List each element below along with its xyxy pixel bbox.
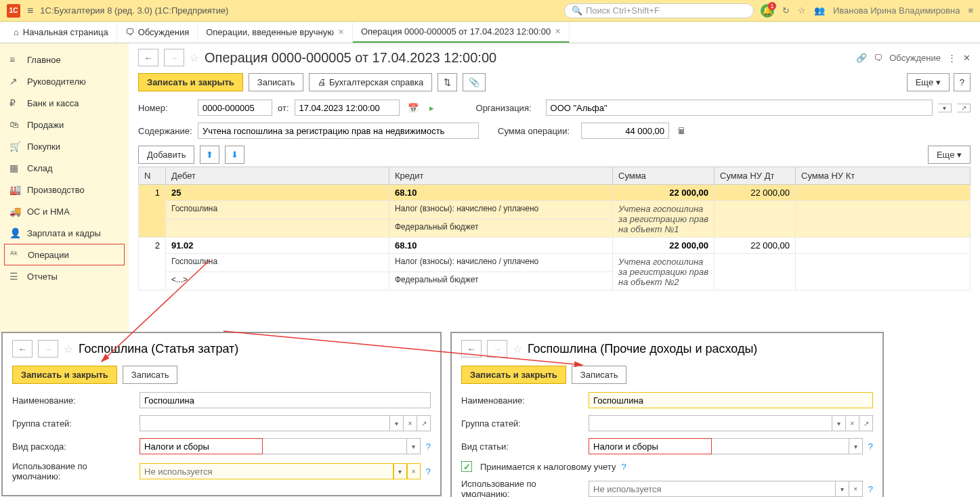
table-more-button[interactable]: Еще ▾ <box>928 146 971 164</box>
row-sum[interactable]: 22 000,00 <box>613 238 715 254</box>
search-input[interactable]: 🔍 Поиск Ctrl+Shift+F <box>564 3 754 18</box>
pop2-type-input[interactable] <box>589 438 712 454</box>
pop2-group-x[interactable]: × <box>846 415 859 431</box>
save-button[interactable]: Записать <box>249 73 304 91</box>
row-sum-nu-kt[interactable] <box>796 238 971 254</box>
row-sum-nu-dt[interactable]: 22 000,00 <box>715 238 796 254</box>
nav-item[interactable]: ᴬᵏОперации <box>4 244 125 265</box>
pop1-star-icon[interactable]: ☆ <box>64 343 73 355</box>
pop2-save-close[interactable]: Записать и закрыть <box>461 366 566 384</box>
pop1-name-input[interactable] <box>140 392 431 408</box>
pop2-default-help[interactable]: ? <box>868 484 873 494</box>
pop1-forward[interactable]: → <box>38 340 58 358</box>
pop2-forward[interactable]: → <box>487 340 507 358</box>
debit-sub1[interactable]: Госпошлина <box>166 201 389 219</box>
debit-sub1[interactable]: Госпошлина <box>166 254 389 272</box>
pop2-group-input[interactable] <box>589 415 832 431</box>
dt-kt-button[interactable]: ⇅ <box>438 73 457 91</box>
nav-item[interactable]: ▦Склад <box>0 157 129 179</box>
pop1-type-input[interactable] <box>140 438 263 454</box>
calendar-icon[interactable]: 📅 <box>405 103 421 113</box>
col-debit[interactable]: Дебет <box>166 167 389 185</box>
pop2-group-open[interactable]: ↗ <box>859 415 873 431</box>
pop1-group-open[interactable]: ↗ <box>417 415 431 431</box>
credit-acc[interactable]: 68.10 <box>389 185 613 201</box>
credit-sub2[interactable]: Федеральный бюджет <box>389 272 613 290</box>
pop2-type-dd[interactable]: ▾ <box>849 438 863 454</box>
row-sum-nu-kt[interactable] <box>796 185 971 201</box>
credit-sub2[interactable]: Федеральный бюджет <box>389 219 613 238</box>
pop1-default-dd[interactable]: ▾ <box>393 463 407 479</box>
pop2-tax-checkbox[interactable]: ✓ <box>461 461 472 472</box>
pop2-name-input[interactable] <box>589 392 873 408</box>
tab[interactable]: ⌂Начальная страница <box>5 22 117 43</box>
credit-sub1[interactable]: Налог (взносы): начислено / уплачено <box>389 254 613 272</box>
pop2-save[interactable]: Записать <box>572 366 627 384</box>
nav-item[interactable]: ≡Главное <box>0 49 129 70</box>
debit-sub2[interactable] <box>166 219 389 238</box>
tab[interactable]: Операция 0000-000005 от 17.04.2023 12:00… <box>353 22 570 43</box>
col-sum[interactable]: Сумма <box>613 167 715 185</box>
pop1-type-help[interactable]: ? <box>426 441 431 452</box>
user-icon[interactable]: 👥 <box>814 5 825 16</box>
col-sum-nu-kt[interactable]: Сумма НУ Кт <box>796 167 971 185</box>
close-icon[interactable]: ✕ <box>963 53 971 63</box>
link-icon[interactable]: 🔗 <box>856 53 867 63</box>
row-num[interactable]: 2 <box>139 238 166 290</box>
org-dropdown[interactable]: ▾ <box>938 104 952 112</box>
tab[interactable]: Операции, введенные вручную✕ <box>198 22 353 43</box>
content-input[interactable] <box>198 123 479 139</box>
row-num[interactable]: 1 <box>139 185 166 238</box>
move-down-button[interactable]: ⬇ <box>225 146 244 164</box>
save-close-button[interactable]: Записать и закрыть <box>138 73 243 91</box>
pop2-star-icon[interactable]: ☆ <box>513 343 522 355</box>
nav-item[interactable]: 🛍Продажи <box>0 114 129 135</box>
nav-item[interactable]: 👤Зарплата и кадры <box>0 222 129 244</box>
nav-item[interactable]: ₽Банк и касса <box>0 92 129 114</box>
more-vert-icon[interactable]: ⋮ <box>947 53 956 63</box>
pop1-group-dd[interactable]: ▾ <box>390 415 404 431</box>
pop1-save[interactable]: Записать <box>123 366 178 384</box>
pop1-save-close[interactable]: Записать и закрыть <box>12 366 117 384</box>
pop1-group-x[interactable]: × <box>404 415 417 431</box>
tab[interactable]: 🗨Обсуждения <box>117 22 198 43</box>
user-name[interactable]: Иванова Ирина Владимировна <box>833 5 960 16</box>
pop2-tax-help[interactable]: ? <box>621 462 626 472</box>
add-button[interactable]: Добавить <box>138 146 194 164</box>
pop1-group-input[interactable] <box>140 415 390 431</box>
sum-input[interactable] <box>581 123 669 139</box>
move-up-button[interactable]: ⬆ <box>200 146 219 164</box>
pop1-type-dd[interactable]: ▾ <box>407 438 421 454</box>
pop1-back[interactable]: ← <box>12 340 33 358</box>
star-icon[interactable]: ☆ <box>798 5 806 16</box>
attach-button[interactable]: 📎 <box>463 73 486 91</box>
pop1-default-help[interactable]: ? <box>426 467 431 477</box>
debit-sub2[interactable]: <...> <box>166 272 389 290</box>
date-input[interactable] <box>295 100 400 116</box>
row-sum-nu-dt[interactable]: 22 000,00 <box>715 185 796 201</box>
pop2-type-help[interactable]: ? <box>868 441 873 452</box>
calc-icon[interactable]: 🖩 <box>675 126 689 136</box>
tab-close-icon[interactable]: ✕ <box>338 28 344 37</box>
forward-button[interactable]: → <box>164 49 184 66</box>
col-credit[interactable]: Кредит <box>389 167 613 185</box>
post-icon[interactable]: ▸ <box>427 103 437 113</box>
col-sum-nu-dt[interactable]: Сумма НУ Дт <box>715 167 796 185</box>
discuss-icon[interactable]: 🗨 <box>874 53 882 63</box>
debit-acc[interactable]: 91.02 <box>166 238 389 254</box>
org-input[interactable] <box>546 100 933 116</box>
nav-item[interactable]: 🏭Производство <box>0 179 129 200</box>
nav-item[interactable]: ↗Руководителю <box>0 70 129 92</box>
discuss-label[interactable]: Обсуждение <box>889 53 941 63</box>
nav-item[interactable]: 🛒Покупки <box>0 135 129 157</box>
org-open[interactable]: ↗ <box>957 104 971 112</box>
col-n[interactable]: N <box>139 167 166 185</box>
pop1-default-input[interactable] <box>140 463 393 479</box>
nav-item[interactable]: 🚚ОС и НМА <box>0 200 129 222</box>
pop1-default-x[interactable]: × <box>407 463 421 479</box>
help-button[interactable]: ? <box>954 73 971 91</box>
pop2-default-dd[interactable]: ▾ <box>836 481 849 497</box>
pop2-group-dd[interactable]: ▾ <box>832 415 846 431</box>
num-input[interactable] <box>198 100 272 116</box>
pop2-default-x[interactable]: × <box>849 481 863 497</box>
